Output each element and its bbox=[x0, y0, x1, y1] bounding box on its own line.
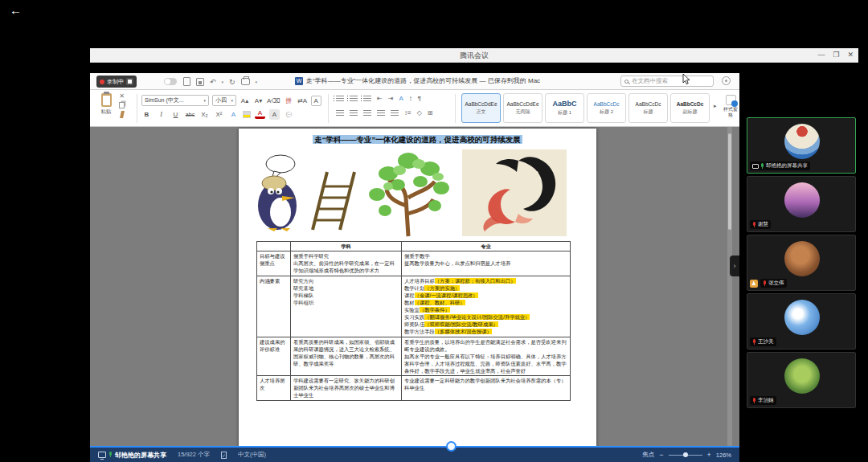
autosave-toggle[interactable] bbox=[164, 78, 177, 85]
close-button[interactable]: ✕ bbox=[847, 51, 854, 59]
zoom-slider-knob[interactable] bbox=[683, 452, 688, 457]
hand-raised-icon: ♟ bbox=[750, 280, 758, 288]
document-page[interactable]: 走“学科——专业”一体化建设的道路，促进高校的可持续发展 bbox=[239, 129, 596, 448]
show-marks-icon[interactable]: ¶ bbox=[418, 95, 421, 102]
quick-access-toolbar: ↶▾ ↻ ▾ bbox=[183, 75, 257, 88]
share-settings-icon[interactable] bbox=[722, 76, 731, 85]
zoom-slider[interactable] bbox=[669, 455, 702, 456]
distribute-icon[interactable] bbox=[391, 110, 399, 117]
bold-button[interactable]: B bbox=[141, 109, 152, 120]
subscript-button[interactable]: X₂ bbox=[199, 109, 210, 120]
asian-layout-icon[interactable]: A bbox=[399, 95, 403, 102]
new-document-icon[interactable] bbox=[183, 77, 190, 86]
participant-tile[interactable]: 王沙美 bbox=[747, 293, 856, 350]
style-pane-button[interactable]: 样式窗格 bbox=[722, 95, 739, 117]
sidebar-collapse-handle[interactable]: › bbox=[730, 256, 739, 276]
strikethrough-button[interactable]: abc bbox=[185, 109, 195, 120]
undo-dropdown-icon[interactable]: ▾ bbox=[222, 80, 224, 84]
superscript-button[interactable]: X² bbox=[214, 109, 224, 120]
avatar bbox=[784, 124, 820, 159]
search-icon bbox=[624, 80, 628, 84]
numbered-list-icon[interactable] bbox=[350, 96, 358, 102]
avatar bbox=[784, 241, 820, 276]
borders-icon[interactable]: ⊞ bbox=[428, 109, 433, 117]
decrease-indent-icon[interactable]: ⇤ bbox=[377, 95, 383, 102]
leafy-tree-image bbox=[364, 149, 457, 238]
chevron-down-icon: ▾ bbox=[203, 98, 206, 103]
focus-mode-button[interactable]: 焦点 bbox=[642, 451, 654, 459]
minimize-button[interactable]: — bbox=[817, 51, 825, 59]
bullet-list-icon[interactable] bbox=[336, 96, 344, 102]
line-spacing-icon[interactable]: ↕≡ bbox=[404, 109, 411, 117]
increase-indent-icon[interactable]: ⇥ bbox=[388, 95, 394, 102]
multilevel-list-icon[interactable] bbox=[363, 96, 371, 102]
clear-formatting-button[interactable]: A⌫ bbox=[267, 96, 280, 106]
ink-fish-painting-image bbox=[462, 149, 567, 236]
shading-icon[interactable]: ◇ bbox=[417, 109, 422, 117]
justify-icon[interactable] bbox=[377, 110, 385, 117]
sort-icon[interactable]: ↕ bbox=[409, 95, 412, 102]
enclose-characters-button[interactable]: ㊀ bbox=[284, 109, 294, 120]
font-size-select[interactable]: 小四▾ bbox=[212, 95, 236, 106]
text-effects-button[interactable]: A bbox=[228, 109, 239, 120]
participant-tile[interactable]: ♟ 张立伟 bbox=[747, 235, 856, 291]
undo-icon[interactable]: ↶ bbox=[210, 78, 216, 86]
font-name-select[interactable]: SimSun (中文...▾ bbox=[141, 95, 209, 106]
style-heading2[interactable]: AaBbCcDc 标题 2 bbox=[587, 93, 626, 123]
maximize-button[interactable]: ❐ bbox=[833, 51, 839, 59]
document-search-input[interactable]: 在文档中搜索 bbox=[620, 76, 714, 87]
mic-muted-icon bbox=[752, 398, 756, 404]
phonetic-guide-button[interactable]: 拼 bbox=[284, 96, 294, 106]
grow-font-button[interactable]: A▴ bbox=[240, 96, 250, 106]
style-title[interactable]: AaBbCcDc 标题 bbox=[628, 93, 668, 123]
word-count[interactable]: 15/922 个字 bbox=[178, 451, 210, 459]
table-row: 建设成果的评价标准 看重高质量的科研成果，如国家级、省部级成果的科研课题情况，进… bbox=[257, 337, 571, 376]
zoom-in-button[interactable]: + bbox=[707, 451, 711, 459]
font-color-button[interactable]: A bbox=[255, 110, 265, 119]
cut-icon[interactable]: ✕ bbox=[119, 93, 125, 100]
shrink-font-button[interactable]: A▾ bbox=[253, 96, 264, 106]
avatar bbox=[784, 300, 820, 335]
styles-gallery-more-icon[interactable]: ▸ bbox=[714, 103, 717, 109]
clipboard-icon bbox=[101, 93, 112, 107]
participant-tile[interactable]: 李治娟 bbox=[747, 352, 856, 408]
character-shading-button[interactable]: A bbox=[269, 109, 280, 120]
save-icon[interactable] bbox=[196, 78, 204, 86]
document-area: 走“学科——专业”一体化建设的道路，促进高校的可持续发展 bbox=[90, 127, 739, 448]
format-painter-icon[interactable] bbox=[120, 111, 125, 118]
stop-recording-button[interactable] bbox=[126, 78, 133, 85]
align-left-icon[interactable] bbox=[336, 110, 344, 117]
style-normal[interactable]: AaBbCcDdEe 正文 bbox=[461, 93, 501, 123]
align-center-icon[interactable] bbox=[350, 110, 358, 117]
zoom-out-button[interactable]: − bbox=[659, 451, 663, 459]
copy-icon[interactable] bbox=[119, 102, 125, 108]
word-app-icon: W bbox=[295, 77, 303, 85]
style-no-spacing[interactable]: AaBbCcDdEe 无间隔 bbox=[503, 93, 542, 123]
scrollbar-thumb[interactable] bbox=[728, 133, 731, 230]
align-right-icon[interactable] bbox=[363, 110, 371, 117]
paste-button[interactable]: 粘贴 bbox=[98, 93, 114, 116]
more-commands-icon[interactable]: ▾ bbox=[256, 80, 258, 84]
vertical-scrollbar[interactable] bbox=[727, 127, 732, 448]
proofing-icon[interactable] bbox=[221, 452, 227, 459]
language-status[interactable]: 中文(中国) bbox=[238, 451, 266, 459]
style-heading1[interactable]: AaBbC 标题 1 bbox=[545, 93, 584, 123]
participant-tile[interactable]: 邹艳艳的屏幕共享 bbox=[747, 117, 856, 174]
meeting-titlebar[interactable]: 腾讯会议 — ❐ ✕ bbox=[90, 48, 858, 63]
redo-icon[interactable]: ↻ bbox=[229, 78, 235, 86]
change-case-button[interactable]: ⇄A bbox=[297, 96, 308, 106]
print-icon[interactable] bbox=[241, 78, 250, 85]
character-border-button[interactable]: A bbox=[311, 96, 321, 106]
participants-sidebar: 邹艳艳的屏幕共享 谢慧 ♟ 张立伟 bbox=[739, 63, 858, 462]
italic-button[interactable]: I bbox=[156, 109, 166, 120]
back-arrow-button[interactable]: ← bbox=[10, 3, 22, 17]
underline-button[interactable]: U bbox=[170, 109, 181, 120]
table-row: 人才培养层次 学科建设需要有一定研究、攻关能力的科研创新团队来为社会培养高层次的… bbox=[257, 376, 571, 400]
highlight-color-button[interactable] bbox=[243, 111, 251, 118]
mic-muted-icon bbox=[763, 280, 767, 287]
mouse-cursor bbox=[682, 74, 690, 85]
meeting-controls-handle[interactable] bbox=[446, 441, 457, 452]
word-titlebar: 录制中 ↶▾ ↻ ▾ W 走“学科——专业”一体化建设的道路，促进高校的可持续发… bbox=[90, 73, 739, 90]
style-subtitle[interactable]: AaBbCcDc 副标题 bbox=[670, 93, 710, 123]
participant-tile[interactable]: 谢慧 bbox=[747, 176, 856, 232]
